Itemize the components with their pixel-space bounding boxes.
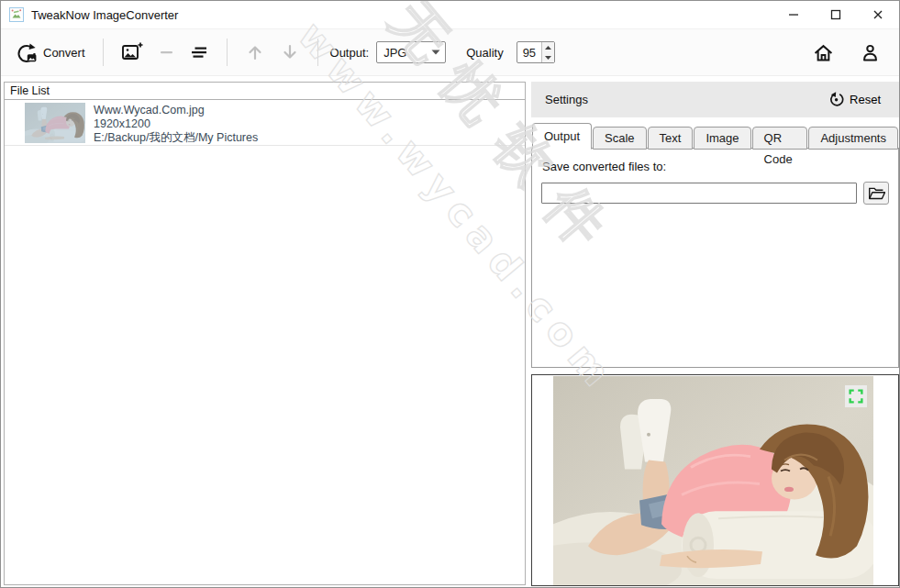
output-format-value: JPG [383, 46, 431, 60]
settings-tabs: Output Scale Text Image QR Code Adjustme… [532, 122, 899, 149]
maximize-icon [830, 9, 841, 20]
toolbar-separator [227, 39, 228, 66]
file-resolution: 1920x1200 [94, 117, 258, 131]
maximize-button[interactable] [815, 1, 857, 28]
quality-stepper[interactable]: 95 [517, 41, 555, 63]
move-down-button[interactable] [272, 37, 307, 68]
add-image-icon [121, 41, 143, 63]
tab-scale[interactable]: Scale [593, 127, 647, 150]
window-title: TweakNow ImageConverter [31, 8, 178, 22]
home-icon [813, 42, 834, 63]
quality-label: Quality [466, 46, 503, 60]
close-icon [872, 9, 883, 20]
save-destination-label: Save converted files to: [542, 160, 889, 173]
tab-adjustments[interactable]: Adjustments [808, 127, 898, 150]
preview-image [553, 376, 873, 585]
file-name: Www.Wycad.Com.jpg [94, 104, 258, 117]
tab-output[interactable]: Output [532, 123, 592, 150]
app-icon [9, 7, 24, 22]
home-button[interactable] [806, 37, 841, 69]
quality-value: 95 [517, 42, 541, 62]
arrow-up-icon [245, 42, 265, 62]
clear-list-icon [191, 43, 209, 61]
reset-button[interactable]: Reset [823, 88, 886, 111]
toolbar: Convert [1, 28, 899, 76]
account-button[interactable] [852, 37, 888, 69]
file-thumbnail [25, 103, 85, 143]
app-window: TweakNow ImageConverter Convert [0, 0, 900, 588]
output-tab-content: Save converted files to: [531, 148, 899, 368]
quality-spin-buttons [541, 42, 554, 62]
minimize-icon [788, 9, 799, 20]
convert-button[interactable]: Convert [8, 37, 93, 69]
tab-image[interactable]: Image [694, 127, 750, 150]
convert-icon [16, 42, 37, 63]
toolbar-separator [317, 39, 318, 66]
title-bar: TweakNow ImageConverter [1, 1, 899, 28]
move-up-button[interactable] [238, 37, 272, 68]
quality-decrement-button[interactable] [542, 52, 554, 62]
quality-increment-button[interactable] [542, 42, 554, 52]
spin-down-icon [545, 56, 551, 60]
file-list-header: File List [5, 83, 525, 100]
convert-label: Convert [43, 46, 85, 60]
fullscreen-button[interactable] [845, 385, 867, 407]
toolbar-separator [103, 39, 104, 66]
window-controls [772, 1, 899, 28]
close-button[interactable] [857, 1, 899, 28]
settings-title: Settings [545, 93, 588, 106]
remove-image-button[interactable] [150, 38, 183, 67]
chevron-down-icon [431, 50, 440, 55]
clear-list-button[interactable] [183, 38, 217, 67]
settings-panel: Settings Reset Output Scale Text Image Q… [531, 82, 899, 368]
spin-up-icon [545, 46, 551, 50]
minimize-button[interactable] [772, 1, 815, 28]
remove-icon [158, 43, 176, 61]
output-format-select[interactable]: JPG [376, 41, 446, 63]
arrow-down-icon [280, 42, 300, 62]
reset-label: Reset [850, 93, 881, 106]
browse-folder-button[interactable] [863, 182, 889, 205]
save-path-input[interactable] [541, 183, 857, 204]
file-list-panel: File List Www.Wycad.Com.jpg 1920x1200 E:… [4, 82, 526, 585]
add-image-button[interactable] [114, 36, 150, 69]
fullscreen-brackets-icon [847, 387, 865, 405]
tab-text[interactable]: Text [648, 127, 694, 150]
file-meta: Www.Wycad.Com.jpg 1920x1200 E:/Backup/我的… [94, 103, 258, 145]
output-label: Output: [330, 46, 370, 60]
file-path: E:/Backup/我的文档/My Pictures [94, 131, 258, 145]
tab-qr-code[interactable]: QR Code [752, 127, 808, 150]
person-icon [860, 42, 881, 63]
open-folder-icon [868, 185, 885, 201]
preview-panel [531, 374, 899, 586]
settings-header: Settings Reset [531, 82, 899, 117]
file-list-row[interactable]: Www.Wycad.Com.jpg 1920x1200 E:/Backup/我的… [5, 100, 525, 146]
reset-icon [828, 92, 844, 107]
